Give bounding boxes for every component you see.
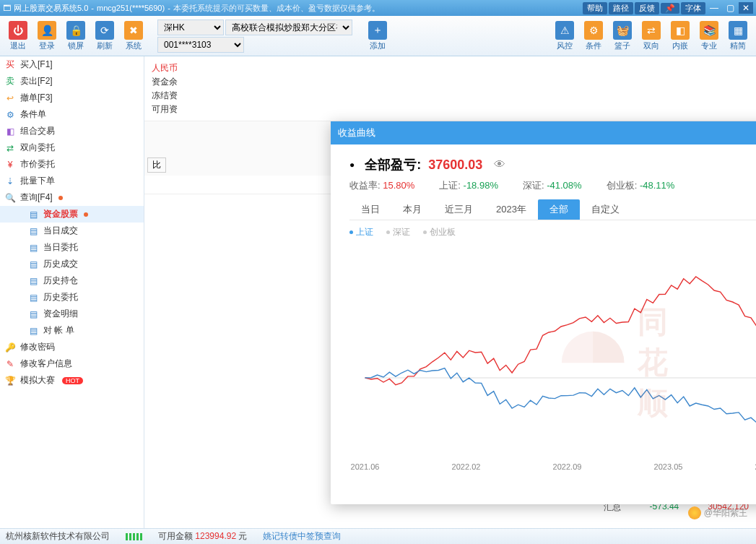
sidebar-subitem[interactable]: ▤当日委托 — [0, 239, 144, 256]
sidebar-subitem[interactable]: ▤对 帐 单 — [0, 322, 144, 339]
sidebar-item[interactable]: 买买入[F1] — [0, 56, 144, 73]
metric: 上证: -18.98% — [439, 179, 498, 192]
main-area: 人民币 资金余 冻结资 可用资 比 明细 盈亏比例(%) 819.5001044… — [144, 56, 756, 528]
sidebar-item[interactable]: ⇣批量下单 — [0, 173, 144, 189]
sidebar-label: 修改客户信息 — [20, 358, 72, 370]
sidebar-item[interactable]: 🔑修改密码 — [0, 339, 144, 355]
sidebar-label: 市价委托 — [20, 158, 55, 170]
login-button[interactable]: 👤登录 — [33, 21, 61, 51]
sidebar-icon: ↩ — [4, 92, 16, 104]
app-icon: 🗔 — [3, 4, 11, 12]
period-tab[interactable]: 当日 — [349, 199, 391, 220]
sidebar-label: 撤单[F3] — [20, 92, 53, 104]
sidebar-item[interactable]: 卖卖出[F2] — [0, 73, 144, 90]
sidebar-item[interactable]: 🔍查询[F4] — [0, 189, 144, 206]
sidebar-subitem[interactable]: ▤当日成交 — [0, 223, 144, 239]
close-icon[interactable]: ✕ — [739, 2, 753, 14]
maximize-icon[interactable]: ▢ — [723, 2, 737, 14]
series-toggle[interactable]: 创业板 — [423, 226, 456, 238]
period-tab[interactable]: 全部 — [538, 199, 580, 220]
simple-button[interactable]: ▦精简 — [724, 21, 752, 51]
help-button[interactable]: 帮助 — [583, 2, 607, 14]
series-selector: 上证深证创业板 — [349, 226, 756, 238]
period-tab[interactable]: 2023年 — [485, 199, 538, 220]
risk-icon: ⚠ — [555, 21, 574, 40]
sidebar-item[interactable]: ⇄双向委托 — [0, 139, 144, 156]
account-select[interactable]: 001****3103 — [157, 37, 244, 53]
currency-label: 人民币 — [152, 62, 749, 74]
route-button[interactable]: 路径 — [609, 2, 633, 14]
summary-bar: 人民币 资金余 冻结资 可用资 — [144, 56, 756, 121]
lock-button[interactable]: 🔒锁屏 — [62, 21, 90, 51]
font-button[interactable]: 字体 — [681, 2, 705, 14]
profit-curve-modal: 收益曲线 ✕ ? ● 全部盈亏: 37600.03 👁 收益率: 15.80%上… — [331, 121, 756, 504]
basket-button[interactable]: 🧺篮子 — [609, 21, 636, 51]
series-toggle[interactable]: 上证 — [349, 226, 373, 238]
sidebar-item[interactable]: ↩撤单[F3] — [0, 90, 144, 106]
pro-button[interactable]: 📚专业 — [695, 21, 723, 51]
risk-button[interactable]: ⚠风控 — [551, 21, 578, 51]
add-icon: ＋ — [368, 21, 387, 40]
minimize-icon[interactable]: — — [707, 2, 721, 14]
sidebar-subitem[interactable]: ▤历史委托 — [0, 289, 144, 306]
period-tab[interactable]: 自定义 — [580, 199, 631, 220]
sidebar-icon: 买 — [4, 59, 16, 71]
watermark-logo: 同花顺 — [554, 302, 695, 423]
login-icon: 👤 — [38, 21, 56, 40]
modal-header: 收益曲线 ✕ — [331, 121, 756, 144]
sidebar-item[interactable]: ◧组合交易 — [0, 123, 144, 139]
app-title: 网上股票交易系统5.0 — [14, 3, 88, 14]
broker-select[interactable]: 高校联合模拟炒股郑大分区初 — [225, 20, 352, 35]
feedback-button[interactable]: 反馈 — [635, 2, 659, 14]
file-icon: ▤ — [27, 308, 39, 320]
market-select[interactable]: 深HK — [157, 20, 224, 35]
exit-button[interactable]: ⏻退出 — [4, 21, 32, 51]
file-icon: ▤ — [27, 325, 39, 337]
lock-icon: 🔒 — [66, 21, 85, 40]
sidebar-icon: ⇣ — [4, 176, 16, 187]
sidebar-subitem[interactable]: ▤资金明细 — [0, 306, 144, 322]
avail-value: 123994.92 — [195, 531, 236, 541]
sidebar-icon: ¥ — [4, 159, 16, 170]
pro-icon: 📚 — [700, 21, 718, 40]
sidebar-label: 批量下单 — [20, 175, 55, 187]
compare-button[interactable]: 比 — [147, 157, 166, 173]
file-icon: ▤ — [27, 242, 39, 254]
svg-text:2021.06: 2021.06 — [351, 462, 380, 471]
dual-button[interactable]: ⇄双向 — [638, 21, 665, 51]
sidebar-subitem[interactable]: ▤历史成交 — [0, 256, 144, 272]
sidebar-subitem[interactable]: ▤历史持仓 — [0, 272, 144, 289]
sidebar-icon: 卖 — [4, 76, 16, 87]
series-toggle[interactable]: 深证 — [386, 226, 410, 238]
sidebar-item[interactable]: ✎修改客户信息 — [0, 355, 144, 372]
sidebar-item[interactable]: ⚙条件单 — [0, 106, 144, 123]
visibility-toggle-icon[interactable]: 👁 — [494, 158, 505, 171]
sidebar-subitem[interactable]: ▤资金股票 — [0, 206, 144, 223]
embed-button[interactable]: ◧内嵌 — [666, 21, 694, 51]
sidebar-label: 资金明细 — [43, 308, 78, 320]
sidebar-label: 当日委托 — [43, 241, 78, 254]
period-tabs: 当日本月近三月2023年全部自定义 — [349, 199, 756, 220]
modal-title: 收益曲线 — [338, 126, 375, 139]
cond-button[interactable]: ⚙条件 — [580, 21, 607, 51]
svg-text:2022.02: 2022.02 — [452, 462, 481, 471]
sidebar-label: 买入[F1] — [20, 59, 53, 71]
sidebar-icon: ✎ — [4, 358, 16, 370]
add-button[interactable]: ＋添加 — [364, 21, 391, 51]
period-tab[interactable]: 近三月 — [433, 199, 485, 220]
period-tab[interactable]: 本月 — [391, 199, 433, 220]
exit-icon: ⏻ — [9, 21, 27, 40]
sidebar-item[interactable]: ¥市价委托 — [0, 156, 144, 173]
weibo-icon — [688, 506, 701, 519]
cond-icon: ⚙ — [584, 21, 603, 40]
pin-button[interactable]: 📌 — [661, 3, 679, 14]
file-icon: ▤ — [27, 275, 39, 287]
refresh-icon: ⟳ — [95, 21, 114, 40]
embed-icon: ◧ — [671, 21, 690, 40]
sidebar-label: 对 帐 单 — [43, 324, 74, 337]
refresh-button[interactable]: ⟳刷新 — [91, 21, 118, 51]
system-button[interactable]: ✖系统 — [120, 21, 147, 51]
sidebar-label: 卖出[F2] — [20, 75, 53, 87]
sidebar-icon: 🔍 — [4, 192, 16, 204]
sidebar-item[interactable]: 🏆模拟大赛HOT — [0, 372, 144, 389]
